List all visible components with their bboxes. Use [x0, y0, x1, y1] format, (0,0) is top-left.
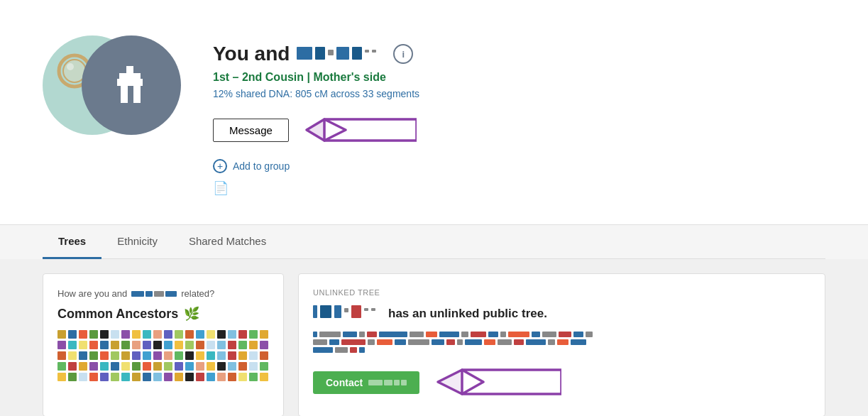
px [68, 330, 77, 339]
dp [359, 347, 365, 353]
svg-rect-17 [365, 50, 369, 53]
add-to-group-row: + Add to group [213, 159, 825, 173]
px [207, 351, 215, 360]
svg-marker-19 [324, 119, 417, 141]
avatar-main-circle [82, 35, 181, 135]
cp4 [401, 380, 407, 385]
px [121, 351, 130, 360]
dp [471, 332, 486, 337]
px [238, 341, 247, 349]
svg-rect-24 [334, 305, 341, 318]
dp [329, 339, 339, 345]
tabs-bar: Trees Ethnicity Shared Matches [43, 225, 825, 259]
svg-rect-8 [121, 86, 128, 96]
px [175, 341, 183, 349]
svg-marker-21 [307, 119, 324, 141]
desc-row-1 [313, 332, 811, 337]
px [249, 351, 258, 360]
add-to-group-link[interactable]: Add to group [233, 160, 290, 172]
svg-rect-9 [133, 86, 141, 96]
px [185, 351, 194, 360]
px [175, 351, 183, 360]
pixel-row-2 [57, 341, 269, 349]
tabs-section: Trees Ethnicity Shared Matches [0, 225, 868, 259]
dp [377, 339, 392, 345]
dp [557, 339, 568, 345]
dp [559, 332, 571, 337]
svg-rect-13 [315, 47, 325, 60]
info-icon[interactable]: i [393, 44, 413, 64]
px [249, 341, 258, 349]
dp [542, 332, 556, 337]
dna-info: 12% shared DNA: 805 cM across 33 segment… [213, 88, 825, 99]
svg-marker-31 [438, 370, 462, 394]
px [111, 330, 119, 339]
dp [439, 332, 459, 337]
you-and-text: You and [213, 43, 290, 65]
contact-row: Contact [313, 363, 811, 402]
pixel-grid [57, 330, 269, 381]
px [260, 330, 268, 339]
px [57, 330, 66, 339]
px [89, 351, 98, 360]
px [111, 341, 119, 349]
dp [341, 339, 366, 345]
px [260, 373, 268, 381]
px [228, 362, 236, 371]
px [207, 362, 215, 371]
dp [426, 332, 437, 337]
svg-rect-27 [364, 308, 368, 311]
px [79, 341, 87, 349]
message-arrow [303, 112, 417, 148]
px [79, 330, 87, 339]
px [260, 341, 268, 349]
px [217, 373, 226, 381]
px [185, 362, 194, 371]
px [68, 341, 77, 349]
message-button[interactable]: Message [213, 119, 289, 142]
px [100, 351, 109, 360]
px [175, 362, 183, 371]
px [79, 362, 87, 371]
svg-marker-29 [462, 370, 561, 394]
px [132, 362, 141, 371]
add-icon[interactable]: + [213, 159, 227, 173]
dp [368, 339, 375, 345]
px [68, 351, 77, 360]
cp2 [384, 380, 392, 385]
tab-shared-matches[interactable]: Shared Matches [173, 225, 282, 259]
svg-rect-18 [372, 50, 376, 53]
px [132, 373, 141, 381]
px [79, 351, 87, 360]
px [111, 362, 119, 371]
px [228, 330, 236, 339]
px [185, 341, 194, 349]
px [89, 330, 98, 339]
dp [514, 339, 524, 345]
dp [573, 332, 583, 337]
note-icon-row: 📄 [213, 180, 825, 196]
dp [571, 339, 586, 345]
tab-trees[interactable]: Trees [43, 225, 101, 259]
dp [319, 332, 341, 337]
how-name-pixels [131, 291, 177, 297]
top-section: You and i 1st – 2nd Cousin | Mother's si… [0, 0, 868, 217]
px [260, 362, 268, 371]
px [153, 351, 162, 360]
avatar-person-icon [106, 60, 156, 110]
tab-ethnicity[interactable]: Ethnicity [101, 225, 173, 259]
px [175, 373, 183, 381]
px [57, 341, 66, 349]
px [175, 330, 183, 339]
note-icon[interactable]: 📄 [213, 181, 229, 195]
dp [548, 339, 555, 345]
px [228, 341, 236, 349]
contact-button[interactable]: Contact [313, 371, 419, 394]
svg-rect-15 [336, 47, 349, 60]
px [164, 373, 172, 381]
px [217, 330, 226, 339]
svg-rect-6 [119, 73, 141, 79]
cp3 [394, 380, 400, 385]
px [164, 341, 172, 349]
px [217, 351, 226, 360]
